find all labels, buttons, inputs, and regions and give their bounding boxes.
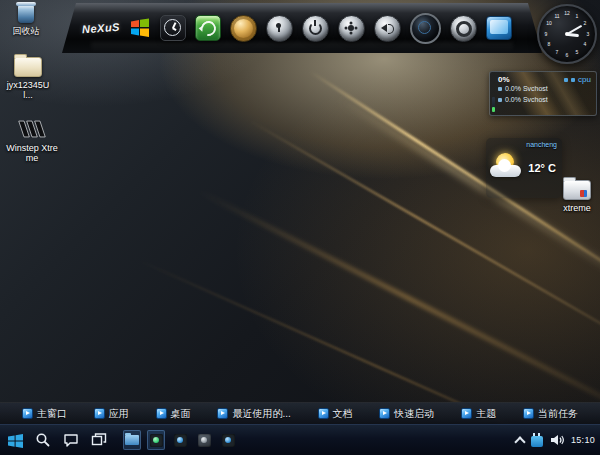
chevron-up-icon[interactable] xyxy=(514,436,525,447)
windows-icon[interactable] xyxy=(129,17,151,39)
windows-start-glyph xyxy=(7,432,24,449)
start-button[interactable] xyxy=(5,429,25,451)
desktop-wallpaper: NeXuS xyxy=(0,0,600,455)
folder-glyph xyxy=(563,180,591,200)
power-icon[interactable] xyxy=(302,15,329,42)
tab-label: 文档 xyxy=(333,407,353,421)
lock-icon[interactable] xyxy=(266,15,293,42)
process-usage-text: 0.0% Svchost xyxy=(505,84,548,95)
pinned-app-icon[interactable] xyxy=(219,430,237,450)
recycle-bin-glyph xyxy=(18,5,34,23)
clock-numeral: 2 xyxy=(584,20,587,26)
tab-icon xyxy=(318,408,329,419)
clock-icon[interactable] xyxy=(160,15,186,41)
task-view-button[interactable] xyxy=(89,429,109,451)
desktop-icon-xtreme[interactable]: xtreme xyxy=(556,180,598,213)
cpu-meter-bar xyxy=(492,97,495,112)
pinned-app-icon[interactable] xyxy=(195,430,213,450)
desktop-icon-label: 回收站 xyxy=(2,26,50,36)
analog-clock-widget[interactable]: 12 1 2 3 4 5 6 7 8 9 10 11 xyxy=(537,4,597,64)
tab-label: 应用 xyxy=(109,407,129,421)
tab-icon xyxy=(94,408,105,419)
cpu-meter-widget[interactable]: 0% cpu 0.0% Svchost 0.0% Svchost xyxy=(489,71,597,116)
clock-numeral: 11 xyxy=(554,13,559,19)
tab-label: 快速启动 xyxy=(394,407,434,421)
tab-label: 桌面 xyxy=(171,407,191,421)
desktop-icon-label: jyx12345Ul... xyxy=(2,80,54,101)
tab-apps[interactable]: 应用 xyxy=(94,407,129,421)
process-icon xyxy=(498,87,502,91)
cpu-widget-button-icon[interactable] xyxy=(571,78,575,82)
cpu-widget-title: cpu xyxy=(578,75,591,84)
desktop-icon-recycle-bin[interactable]: 回收站 xyxy=(2,5,50,36)
speaker-icon[interactable] xyxy=(550,434,564,446)
taskbar: 15:10 xyxy=(0,424,600,455)
tab-documents[interactable]: 文档 xyxy=(318,407,353,421)
nexus-dock: NeXuS xyxy=(62,3,542,53)
tab-icon xyxy=(156,408,167,419)
camera-icon[interactable] xyxy=(410,13,441,44)
settings-icon[interactable] xyxy=(338,15,365,42)
windows-flag-glyph xyxy=(129,17,151,39)
tab-quick-launch[interactable]: 快速启动 xyxy=(379,407,434,421)
weather-temperature: 12° C xyxy=(528,162,556,174)
clock-numeral: 9 xyxy=(545,31,548,37)
clock-time[interactable]: 15:10 xyxy=(571,435,595,445)
wallpaper-light-streak xyxy=(199,190,600,430)
globe-gold-icon[interactable] xyxy=(230,15,257,42)
desktop-icon-label: xtreme xyxy=(556,203,598,213)
tab-recent[interactable]: 最近使用的... xyxy=(217,407,290,421)
desktop-icon-folder[interactable]: jyx12345Ul... xyxy=(2,57,54,101)
clock-numeral: 1 xyxy=(576,13,579,19)
weather-widget[interactable]: nancheng 12° C xyxy=(486,138,562,198)
tab-icon xyxy=(217,408,228,419)
search-button[interactable] xyxy=(33,429,53,451)
keyhole-glyph xyxy=(276,23,281,28)
clock-numeral: 3 xyxy=(587,31,590,37)
clock-numeral: 4 xyxy=(584,41,587,47)
tab-main-window[interactable]: 主窗口 xyxy=(22,407,67,421)
process-icon xyxy=(498,98,502,102)
pinned-app-icon[interactable] xyxy=(123,430,141,450)
cpu-widget-button-icon[interactable] xyxy=(564,78,568,82)
cloud-icon xyxy=(490,165,521,177)
pinned-apps xyxy=(123,430,237,450)
power-glyph xyxy=(309,22,322,35)
nexus-logo[interactable]: NeXuS xyxy=(82,21,121,36)
process-usage-text: 0.0% Svchost xyxy=(505,95,548,106)
winstep-logo-glyph xyxy=(17,118,47,140)
desktop-icon-winstep-xtreme[interactable]: Winstep Xtreme xyxy=(4,118,60,164)
pinned-app-icon[interactable] xyxy=(147,430,165,450)
clock-numeral: 7 xyxy=(556,49,559,55)
gear-glyph xyxy=(348,25,354,31)
recycle-bin-icon[interactable] xyxy=(195,15,221,41)
clock-center-dot xyxy=(565,32,569,36)
clock-numeral: 10 xyxy=(546,20,552,26)
clock-numeral: 8 xyxy=(548,41,551,47)
nexus-logo-label: NeXuS xyxy=(82,21,121,36)
chat-button[interactable] xyxy=(61,429,81,451)
plug-icon[interactable] xyxy=(531,436,543,447)
volume-icon[interactable] xyxy=(374,15,401,42)
weather-city: nancheng xyxy=(526,141,557,148)
app-glyph xyxy=(222,434,235,447)
screen-glyph xyxy=(490,20,508,34)
tab-desktop[interactable]: 桌面 xyxy=(156,407,191,421)
tab-label: 主题 xyxy=(476,407,496,421)
speaker-glyph xyxy=(381,24,387,32)
lens-ring-glyph xyxy=(418,21,431,34)
tab-label: 主窗口 xyxy=(37,407,67,421)
tab-label: 当前任务 xyxy=(538,407,578,421)
pinned-app-icon[interactable] xyxy=(171,430,189,450)
app-glyph xyxy=(150,434,163,447)
disc-icon[interactable] xyxy=(450,15,477,42)
chat-icon xyxy=(63,432,79,448)
folder-icon xyxy=(125,435,139,445)
tab-current-tasks[interactable]: 当前任务 xyxy=(523,407,578,421)
display-icon[interactable] xyxy=(486,16,512,40)
tab-themes[interactable]: 主题 xyxy=(461,407,496,421)
windows-stack-icon xyxy=(91,432,107,448)
clock-numeral: 12 xyxy=(564,10,570,16)
dock-items: NeXuS xyxy=(62,3,542,53)
disc-glyph xyxy=(456,21,472,37)
